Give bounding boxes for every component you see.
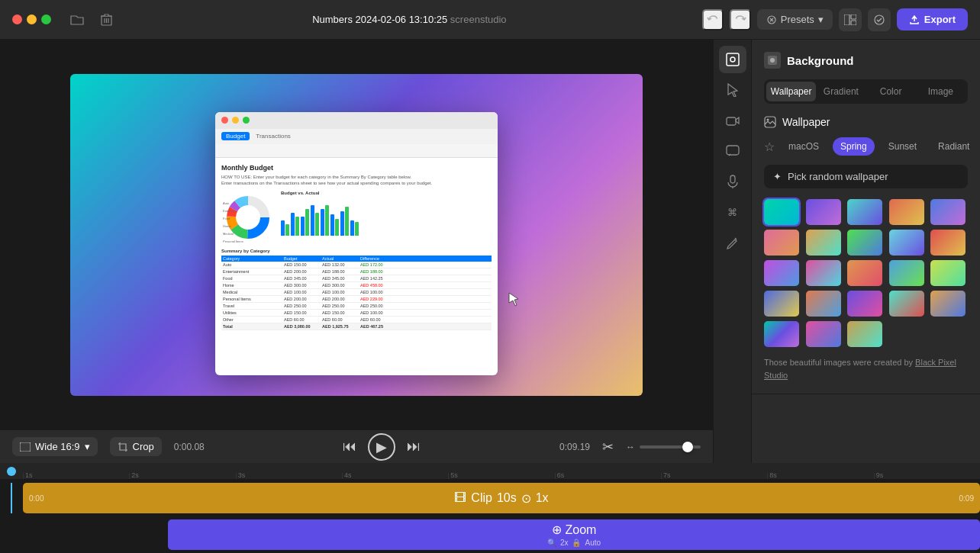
charts-row: Auto Entertain... Food Home Medical Pers… <box>221 191 492 244</box>
redo-button[interactable] <box>730 9 751 31</box>
svg-rect-31 <box>765 117 775 127</box>
wallpaper-thumb-13[interactable] <box>847 260 882 286</box>
export-button[interactable]: Export <box>897 8 968 31</box>
wallpaper-thumb-9[interactable] <box>889 230 924 256</box>
film-icon: 🎞 <box>454 491 466 505</box>
trash-icon[interactable] <box>95 9 117 31</box>
camera-tool-button[interactable] <box>719 107 746 134</box>
category-sunset[interactable]: Sunset <box>881 137 924 156</box>
activity-button[interactable] <box>868 8 891 31</box>
wallpaper-thumb-3[interactable] <box>847 199 882 225</box>
ruler-mark-7: 7s <box>661 473 767 479</box>
audio-tool-button[interactable] <box>719 168 746 195</box>
wallpaper-thumb-20[interactable] <box>930 291 965 317</box>
clip-label: Clip <box>471 491 492 505</box>
folder-icon[interactable] <box>66 9 88 31</box>
table-header: CategoryBudgetActualDifference <box>221 256 492 262</box>
tab-color[interactable]: Color <box>866 82 916 101</box>
clip-track-content[interactable]: 0:00 🎞 Clip 10s ⊙ 1x 0:09 <box>23 483 980 513</box>
crop-button[interactable]: Crop <box>110 437 162 456</box>
wallpaper-thumb-7[interactable] <box>806 230 841 256</box>
wallpaper-thumb-8[interactable] <box>847 230 882 256</box>
wallpaper-thumb-14[interactable] <box>889 260 924 286</box>
speed-slider[interactable] <box>640 445 701 449</box>
skip-forward-button[interactable]: ⏭ <box>401 435 426 459</box>
pick-random-icon: ✦ <box>773 171 782 182</box>
svg-text:Personal Items: Personal Items <box>223 240 243 243</box>
shortcut-tool-button[interactable]: ⌘ <box>719 198 746 226</box>
presets-button[interactable]: Presets ▾ <box>757 9 833 30</box>
skip-back-button[interactable]: ⏮ <box>337 435 362 459</box>
aspect-selector[interactable]: Wide 16:9 ▾ <box>12 437 98 456</box>
wallpaper-thumb-19[interactable] <box>889 291 924 317</box>
wallpaper-grid <box>764 199 968 347</box>
wallpaper-thumb-18[interactable] <box>847 291 882 317</box>
timeline-area: 1s 2s 3s 4s 5s 6s 7s 8s 9s 0:00 🎞 Clip <box>0 463 980 553</box>
bars <box>281 198 492 236</box>
budget-table: Summary by Category CategoryBudgetActual… <box>221 249 492 330</box>
aspect-chevron: ▾ <box>85 441 90 452</box>
table-row: MedicalAED 100.00AED 100.00AED 100.00 <box>221 289 492 296</box>
wallpaper-thumb-22[interactable] <box>806 321 841 347</box>
credit-text: Those beautiful images were created by B… <box>764 356 968 381</box>
maximize-button[interactable] <box>41 14 51 24</box>
background-section-label: Background <box>787 54 854 67</box>
wallpaper-thumb-11[interactable] <box>764 260 799 286</box>
undo-button[interactable] <box>702 9 724 31</box>
window-titlebar <box>215 112 498 129</box>
wallpaper-thumb-12[interactable] <box>806 260 841 286</box>
svg-rect-5 <box>844 14 849 25</box>
cursor-tool-button[interactable] <box>719 76 746 104</box>
select-tool-button[interactable] <box>719 46 746 73</box>
wallpaper-thumb-1[interactable] <box>764 199 799 225</box>
wallpaper-thumb-4[interactable] <box>889 199 924 225</box>
table-row: TravelAED 250.00AED 250.00AED 250.00 <box>221 303 492 310</box>
wallpaper-thumb-6[interactable] <box>764 230 799 256</box>
ruler-mark-3: 3s <box>236 473 342 479</box>
play-button[interactable]: ▶ <box>368 433 395 461</box>
cursor-indicator <box>508 292 521 304</box>
zoom-magnify-icon: 🔍 <box>547 539 556 547</box>
wallpaper-label: Wallpaper <box>782 116 830 128</box>
tab-image[interactable]: Image <box>916 82 965 101</box>
lock-icon: ⊙ <box>521 491 531 506</box>
category-radiant[interactable]: Radiant <box>930 137 977 156</box>
annotation-tool-button[interactable] <box>719 229 746 256</box>
svg-rect-7 <box>851 21 856 25</box>
tab-wallpaper[interactable]: Wallpaper <box>766 82 816 101</box>
zoom-label: Zoom <box>566 523 597 537</box>
scissors-button[interactable]: ✂ <box>602 439 614 455</box>
magnify-icon: ⊕ <box>552 522 562 537</box>
star-icon: ☆ <box>764 140 775 154</box>
minimize-button[interactable] <box>27 14 37 24</box>
layout-button[interactable] <box>839 8 862 31</box>
svg-rect-25 <box>727 117 736 125</box>
right-toolbar: ⌘ <box>713 40 751 463</box>
tab-gradient[interactable]: Gradient <box>816 82 866 101</box>
wallpaper-thumb-10[interactable] <box>930 230 965 256</box>
pick-random-button[interactable]: ✦ Pick random wallpaper <box>764 165 968 188</box>
wallpaper-thumb-16[interactable] <box>764 291 799 317</box>
table-row: AutoAED 150.00AED 132.00AED 172.00 <box>221 262 492 268</box>
category-macos[interactable]: macOS <box>781 137 827 156</box>
clip-bar[interactable]: 0:00 🎞 Clip 10s ⊙ 1x 0:09 <box>23 483 980 513</box>
wallpaper-thumb-21[interactable] <box>764 321 799 347</box>
wallpaper-thumb-17[interactable] <box>806 291 841 317</box>
wallpaper-thumb-15[interactable] <box>930 260 965 286</box>
close-button[interactable] <box>12 14 22 24</box>
svg-rect-27 <box>730 175 735 183</box>
wallpaper-thumb-5[interactable] <box>930 199 965 225</box>
chat-tool-button[interactable] <box>719 137 746 165</box>
wallpaper-thumb-2[interactable] <box>806 199 841 225</box>
table-row: HomeAED 300.00AED 300.00AED 458.00 <box>221 282 492 289</box>
credit-prefix: Those beautiful images were created by <box>764 358 915 367</box>
zoom-track-content[interactable]: ⊕ Zoom 🔍 2x 🔒 Auto <box>23 519 980 550</box>
zoom-bar[interactable]: ⊕ Zoom 🔍 2x 🔒 Auto <box>168 519 980 550</box>
category-spring[interactable]: Spring <box>833 137 875 156</box>
wallpaper-thumb-23[interactable] <box>847 321 882 347</box>
crop-label: Crop <box>133 441 154 452</box>
end-time: 0:09.19 <box>559 442 590 452</box>
clip-duration: 10s <box>497 491 517 505</box>
presets-chevron: ▾ <box>818 14 824 25</box>
titlebar-right: Presets ▾ Export <box>702 8 968 31</box>
